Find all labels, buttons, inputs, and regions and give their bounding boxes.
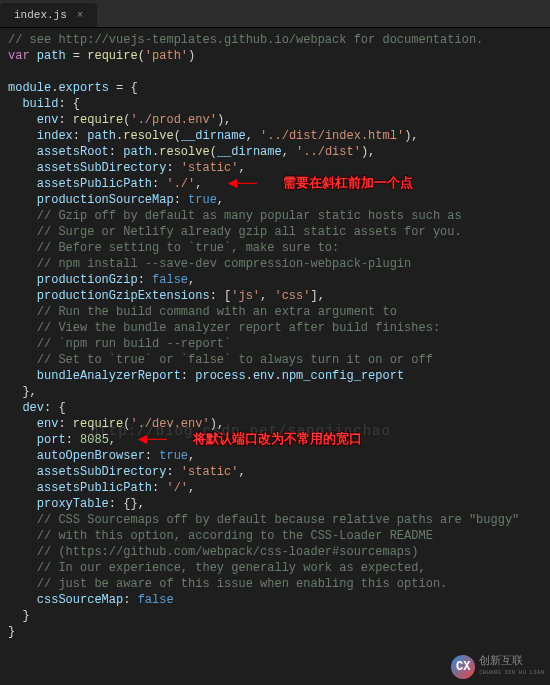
close-icon[interactable]: ×: [77, 9, 84, 21]
ident: module: [8, 81, 51, 95]
annotation-1: 需要在斜杠前加一个点: [283, 176, 413, 192]
logo-icon: CX: [451, 655, 475, 679]
prop: build: [22, 97, 58, 111]
logo-sub: CHUANG XIN HU LIAN: [479, 667, 544, 678]
code-editor[interactable]: // see http://vuejs-templates.github.io/…: [0, 28, 550, 644]
tab-bar: index.js ×: [0, 0, 550, 28]
keyword: var: [8, 49, 30, 63]
brand-logo: CX 创新互联 CHUANG XIN HU LIAN: [451, 655, 544, 679]
prop: dev: [22, 401, 44, 415]
tab-filename: index.js: [14, 9, 67, 21]
func: require: [87, 49, 137, 63]
ident: path: [37, 49, 66, 63]
prop: exports: [58, 81, 108, 95]
logo-name: 创新互联: [479, 656, 544, 667]
arrow-icon: ◄──: [228, 176, 257, 192]
string: 'path': [145, 49, 188, 63]
comment: // see http://vuejs-templates.github.io/…: [8, 33, 483, 47]
tab-indexjs[interactable]: index.js ×: [0, 3, 97, 27]
annotation-2: 将默认端口改为不常用的宽口: [193, 432, 362, 448]
arrow-icon: ◄──: [138, 432, 167, 448]
punc: =: [66, 49, 88, 63]
